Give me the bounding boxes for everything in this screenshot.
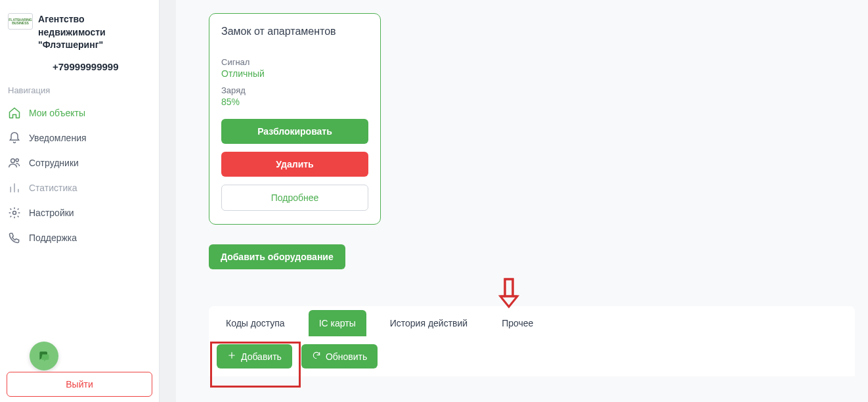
svg-point-0 [11,159,15,163]
svg-point-2 [13,211,16,214]
charge-value: 85% [221,97,368,107]
divider [160,0,176,402]
refresh-icon [312,351,321,362]
chat-widget[interactable] [30,342,58,370]
tab-other[interactable]: Прочее [491,310,544,336]
details-button[interactable]: Подробнее [221,185,368,211]
sidebar-item-label: Уведомления [29,133,87,143]
refresh-button-label: Обновить [326,351,367,362]
home-icon [8,106,21,120]
plus-icon [227,351,236,362]
main-content: Замок от апартаментов Сигнал Отличный За… [176,0,868,402]
sidebar-item-stats[interactable]: Статистика [0,175,159,200]
phone-icon [8,231,21,244]
sidebar: FLATSHARINGBUSINESS Агентство недвижимос… [0,0,160,402]
signal-value: Отличный [221,68,368,79]
svg-point-1 [16,159,18,162]
tab-content: Добавить Обновить [209,336,855,376]
logo: FLATSHARINGBUSINESS [8,13,33,30]
add-equipment-button[interactable]: Добавить оборудование [209,244,345,269]
tabs: Коды доступа IC карты История действий П… [209,306,855,336]
card-title: Замок от апартаментов [221,26,368,37]
arrow-down-annotation [498,278,520,312]
nav-section-label: Навигация [0,72,159,100]
sidebar-item-label: Сотрудники [29,158,79,168]
users-icon [8,156,21,169]
gear-icon [8,206,21,219]
bell-icon [8,131,21,145]
sidebar-item-settings[interactable]: Настройки [0,200,159,225]
sidebar-item-label: Настройки [29,208,74,218]
charge-label: Заряд [221,85,368,95]
sidebar-item-label: Поддержка [29,233,77,243]
chart-icon [8,181,21,194]
sidebar-header: FLATSHARINGBUSINESS Агентство недвижимос… [0,0,159,58]
add-button[interactable]: Добавить [217,344,292,368]
signal-label: Сигнал [221,57,368,67]
tab-access-codes[interactable]: Коды доступа [215,310,295,336]
sidebar-item-employees[interactable]: Сотрудники [0,150,159,175]
delete-button[interactable]: Удалить [221,152,368,177]
tab-history[interactable]: История действий [380,310,478,336]
sidebar-item-label: Мои объекты [29,108,85,118]
svg-rect-3 [505,279,513,296]
unlock-button[interactable]: Разблокировать [221,119,368,144]
sidebar-item-support[interactable]: Поддержка [0,225,159,250]
add-button-label: Добавить [241,351,282,362]
org-phone: +79999999999 [0,61,159,72]
org-name: Агентство недвижимости "Флэтшеринг" [38,13,152,52]
refresh-button[interactable]: Обновить [301,344,378,368]
tab-ic-cards[interactable]: IC карты [309,310,366,336]
logout-button[interactable]: Выйти [7,372,152,397]
sidebar-item-label: Статистика [29,183,77,193]
sidebar-item-objects[interactable]: Мои объекты [0,100,159,125]
sidebar-item-notifications[interactable]: Уведомления [0,125,159,150]
lock-card: Замок от апартаментов Сигнал Отличный За… [209,13,381,225]
